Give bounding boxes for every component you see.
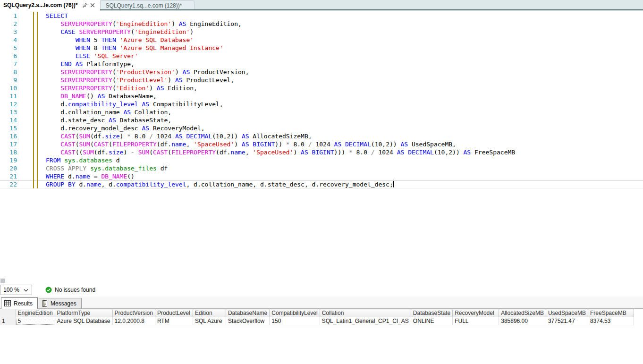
- code-line-12[interactable]: 12 d.compatibility_level AS Compatibilit…: [0, 100, 643, 108]
- code-text: SELECT: [46, 12, 68, 20]
- grid-cell[interactable]: 5: [16, 317, 55, 325]
- code-line-15[interactable]: 15 d.recovery_model_desc AS RecoveryMode…: [0, 124, 643, 132]
- code-line-10[interactable]: 10 SERVERPROPERTY('Edition') AS Edition,: [0, 84, 643, 92]
- line-number[interactable]: 16: [0, 132, 17, 140]
- tab-sqlquery2-label: SQLQuery2.s...le.com (76))*: [3, 2, 77, 8]
- grid-cell[interactable]: 377521.47: [546, 317, 588, 325]
- code-line-4[interactable]: 4 WHEN 5 THEN 'Azure SQL Database': [0, 36, 643, 44]
- column-header-DatabaseName[interactable]: DatabaseName: [226, 309, 269, 317]
- line-number[interactable]: 6: [0, 52, 17, 60]
- grid-cell[interactable]: SQL Azure: [193, 317, 226, 325]
- code-line-16[interactable]: 16 CAST(SUM(df.size) * 8.0 / 1024 AS DEC…: [0, 132, 643, 140]
- line-number[interactable]: 18: [0, 148, 17, 156]
- line-number[interactable]: 12: [0, 100, 17, 108]
- column-header-ProductLevel[interactable]: ProductLevel: [155, 309, 193, 317]
- code-text: END AS PlatformType,: [46, 60, 135, 68]
- tab-sqlquery1[interactable]: SQLQuery1.sq...e.com (128))*: [100, 0, 195, 10]
- grid-icon: [4, 300, 11, 306]
- code-line-13[interactable]: 13 d.collation_name AS Collation,: [0, 108, 643, 116]
- column-header-FreeSpaceMB[interactable]: FreeSpaceMB: [588, 309, 634, 317]
- line-number[interactable]: 11: [0, 92, 17, 100]
- code-text: d.state_desc AS DatabaseState,: [46, 116, 171, 124]
- code-text: d.recovery_model_desc AS RecoveryModel,: [46, 124, 205, 132]
- tab-messages[interactable]: Messages: [39, 298, 82, 309]
- change-tracking-bar: [33, 12, 34, 188]
- splitter-grip[interactable]: [0, 279, 5, 283]
- code-line-6[interactable]: 6 ELSE 'SQL Server': [0, 52, 643, 60]
- code-text: DB_NAME() AS DatabaseName,: [46, 92, 157, 100]
- code-text: WHEN 5 THEN 'Azure SQL Database': [46, 36, 194, 44]
- column-header-Edition[interactable]: Edition: [193, 309, 226, 317]
- pin-icon[interactable]: [81, 1, 89, 9]
- grid-corner[interactable]: [0, 309, 16, 317]
- column-header-EngineEdition[interactable]: EngineEdition: [16, 309, 55, 317]
- column-header-AllocatedSizeMB[interactable]: AllocatedSizeMB: [499, 309, 546, 317]
- line-number[interactable]: 19: [0, 156, 17, 164]
- code-text: CAST(SUM(CAST(FILEPROPERTY(df.name, 'Spa…: [46, 140, 456, 148]
- code-line-11[interactable]: 11 DB_NAME() AS DatabaseName,: [0, 92, 643, 100]
- column-header-Collation[interactable]: Collation: [320, 309, 411, 317]
- line-number[interactable]: 1: [0, 12, 17, 20]
- code-line-22[interactable]: 22GROUP BY d.name, d.compatibility_level…: [0, 180, 643, 188]
- results-grid: EngineEditionPlatformTypeProductVersionP…: [0, 309, 634, 325]
- grid-cell[interactable]: SQL_Latin1_General_CP1_CI_AS: [320, 317, 411, 325]
- line-number[interactable]: 20: [0, 164, 17, 172]
- change-tracking-bar: [37, 12, 38, 188]
- line-number[interactable]: 5: [0, 44, 17, 52]
- column-header-ProductVersion[interactable]: ProductVersion: [112, 309, 155, 317]
- line-number[interactable]: 3: [0, 28, 17, 36]
- code-line-20[interactable]: 20CROSS APPLY sys.database_files df: [0, 164, 643, 172]
- grid-cell[interactable]: Azure SQL Database: [55, 317, 112, 325]
- line-number[interactable]: 17: [0, 140, 17, 148]
- code-text: WHEN 8 THEN 'Azure SQL Managed Instance': [46, 44, 223, 52]
- code-line-17[interactable]: 17 CAST(SUM(CAST(FILEPROPERTY(df.name, '…: [0, 140, 643, 148]
- grid-cell[interactable]: 12.0.2000.8: [112, 317, 155, 325]
- sql-editor[interactable]: 1SELECT2 SERVERPROPERTY('EngineEdition')…: [0, 10, 643, 283]
- code-line-5[interactable]: 5 WHEN 8 THEN 'Azure SQL Managed Instanc…: [0, 44, 643, 52]
- code-text: CROSS APPLY sys.database_files df: [46, 164, 168, 172]
- code-line-21[interactable]: 21WHERE d.name = DB_NAME(): [0, 172, 643, 180]
- line-number[interactable]: 21: [0, 172, 17, 180]
- code-line-3[interactable]: 3 CASE SERVERPROPERTY('EngineEdition'): [0, 28, 643, 36]
- close-icon[interactable]: [89, 1, 96, 9]
- code-line-1[interactable]: 1SELECT: [0, 12, 643, 20]
- line-number[interactable]: 2: [0, 20, 17, 28]
- document-tabbar: SQLQuery2.s...le.com (76))* SQLQuery1.sq…: [0, 0, 643, 10]
- row-header[interactable]: 1: [0, 317, 16, 325]
- code-text: SERVERPROPERTY('ProductLevel') AS Produc…: [46, 76, 234, 84]
- grid-cell[interactable]: FULL: [453, 317, 499, 325]
- code-line-18[interactable]: 18 CAST((SUM(df.size) - SUM(CAST(FILEPRO…: [0, 148, 643, 156]
- code-line-19[interactable]: 19FROM sys.databases d: [0, 156, 643, 164]
- line-number[interactable]: 15: [0, 124, 17, 132]
- issues-status: No issues found: [45, 287, 95, 293]
- code-line-7[interactable]: 7 END AS PlatformType,: [0, 60, 643, 68]
- code-line-9[interactable]: 9 SERVERPROPERTY('ProductLevel') AS Prod…: [0, 76, 643, 84]
- line-number[interactable]: 9: [0, 76, 17, 84]
- column-header-CompatibilityLevel[interactable]: CompatibilityLevel: [270, 309, 320, 317]
- line-number[interactable]: 13: [0, 108, 17, 116]
- grid-cell[interactable]: 150: [270, 317, 320, 325]
- grid-cell[interactable]: ONLINE: [411, 317, 452, 325]
- code-text: d.compatibility_level AS CompatibilityLe…: [46, 100, 223, 108]
- column-header-DatabaseState[interactable]: DatabaseState: [411, 309, 452, 317]
- tab-results[interactable]: Results: [1, 297, 38, 309]
- column-header-RecoveryModel[interactable]: RecoveryModel: [453, 309, 499, 317]
- grid-cell[interactable]: StackOverflow: [226, 317, 269, 325]
- column-header-PlatformType[interactable]: PlatformType: [55, 309, 112, 317]
- grid-cell[interactable]: 8374.53: [588, 317, 634, 325]
- code-line-8[interactable]: 8 SERVERPROPERTY('ProductVersion') AS Pr…: [0, 68, 643, 76]
- column-header-UsedSpaceMB[interactable]: UsedSpaceMB: [546, 309, 588, 317]
- code-text: SERVERPROPERTY('EngineEdition') AS Engin…: [46, 20, 242, 28]
- line-number[interactable]: 22: [0, 181, 17, 188]
- tab-sqlquery2[interactable]: SQLQuery2.s...le.com (76))*: [0, 0, 100, 10]
- line-number[interactable]: 7: [0, 60, 17, 68]
- line-number[interactable]: 8: [0, 68, 17, 76]
- line-number[interactable]: 14: [0, 116, 17, 124]
- zoom-level-select[interactable]: 100 %: [0, 285, 32, 295]
- line-number[interactable]: 10: [0, 84, 17, 92]
- line-number[interactable]: 4: [0, 36, 17, 44]
- code-line-2[interactable]: 2 SERVERPROPERTY('EngineEdition') AS Eng…: [0, 20, 643, 28]
- grid-cell[interactable]: RTM: [155, 317, 193, 325]
- code-line-14[interactable]: 14 d.state_desc AS DatabaseState,: [0, 116, 643, 124]
- grid-cell[interactable]: 385896.00: [499, 317, 546, 325]
